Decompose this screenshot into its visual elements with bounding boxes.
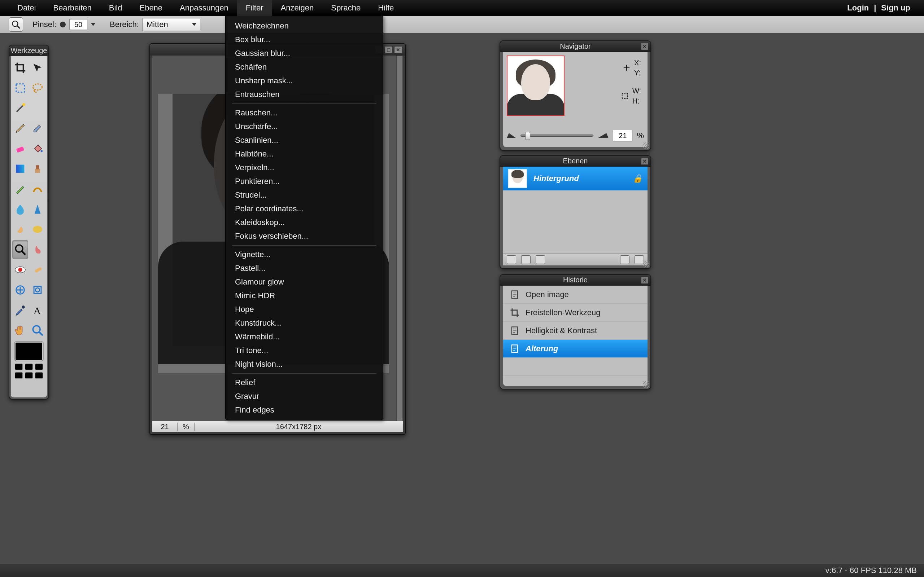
- doc-zoom-value[interactable]: 21: [152, 423, 178, 431]
- filter-unsharp-mask[interactable]: Unsharp mask...: [226, 74, 383, 88]
- doc-close-button[interactable]: ✕: [394, 46, 402, 53]
- tool-lasso[interactable]: [30, 79, 45, 97]
- layer-styles-button[interactable]: [536, 255, 545, 264]
- tool-burn[interactable]: [30, 240, 45, 259]
- layers-title[interactable]: Ebenen ✕: [500, 156, 650, 167]
- tool-wand[interactable]: [12, 99, 28, 118]
- tool-sharpen[interactable]: [30, 200, 45, 219]
- history-item-bc[interactable]: Helligkeit & Kontrast: [503, 322, 648, 340]
- filter-punktieren[interactable]: Punktieren...: [226, 174, 383, 188]
- filter-pastell[interactable]: Pastell...: [226, 261, 383, 275]
- layer-mask-button[interactable]: [521, 255, 531, 264]
- zoom-slider-thumb[interactable]: [525, 132, 530, 140]
- menu-bearbeiten[interactable]: Bearbeiten: [44, 0, 100, 16]
- navigator-thumbnail[interactable]: [507, 56, 564, 116]
- filter-tri-tone[interactable]: Tri tone...: [226, 344, 383, 357]
- history-resize-handle[interactable]: [643, 381, 649, 388]
- zoom-in-icon[interactable]: [598, 133, 609, 138]
- filter-hope[interactable]: Hope: [226, 303, 383, 316]
- tool-brush[interactable]: [30, 119, 45, 138]
- navigator-close-button[interactable]: ✕: [641, 43, 648, 50]
- vertical-scrollbar[interactable]: [396, 56, 403, 421]
- filter-rauschen[interactable]: Rauschen...: [226, 106, 383, 120]
- menu-bild[interactable]: Bild: [100, 0, 131, 16]
- menu-ebene[interactable]: Ebene: [131, 0, 171, 16]
- tool-paint-bucket[interactable]: [30, 139, 45, 158]
- filter-schaerfen[interactable]: Schärfen: [226, 60, 383, 74]
- history-item-open[interactable]: Open image: [503, 285, 648, 304]
- doc-maximize-button[interactable]: □: [385, 46, 393, 53]
- brush-size-input[interactable]: 50: [69, 19, 87, 30]
- layers-close-button[interactable]: ✕: [641, 158, 648, 165]
- layer-settings-button[interactable]: [507, 255, 516, 264]
- zoom-value-input[interactable]: 21: [613, 130, 632, 141]
- menu-hilfe[interactable]: Hilfe: [369, 0, 402, 16]
- filter-halbtoene[interactable]: Halbtöne...: [226, 147, 383, 161]
- filter-polar[interactable]: Polar coordinates...: [226, 202, 383, 216]
- filter-vignette[interactable]: Vignette...: [226, 248, 383, 261]
- filter-waermebild[interactable]: Wärmebild...: [226, 330, 383, 344]
- filter-kaleidoskop[interactable]: Kaleidoskop...: [226, 216, 383, 229]
- tool-gradient[interactable]: [12, 160, 28, 178]
- filter-fokus[interactable]: Fokus verschieben...: [226, 229, 383, 243]
- foreground-color[interactable]: [14, 341, 44, 361]
- history-close-button[interactable]: ✕: [641, 277, 648, 284]
- history-title[interactable]: Historie ✕: [500, 275, 650, 285]
- navigator-title[interactable]: Navigator ✕: [500, 41, 650, 52]
- filter-kunstdruck[interactable]: Kunstdruck...: [226, 316, 383, 330]
- menu-datei[interactable]: Datei: [9, 0, 44, 16]
- login-link[interactable]: Login: [842, 3, 874, 13]
- navigator-resize-handle[interactable]: [643, 142, 649, 149]
- zoom-slider[interactable]: [520, 134, 593, 137]
- tool-hand[interactable]: [12, 321, 28, 340]
- zoom-out-icon[interactable]: [507, 133, 516, 138]
- tool-marquee[interactable]: [12, 79, 28, 97]
- swatch-5[interactable]: [25, 372, 33, 379]
- tool-pinch[interactable]: [30, 280, 45, 299]
- history-item-crop[interactable]: Freistellen-Werkzeug: [503, 304, 648, 322]
- filter-relief[interactable]: Relief: [226, 376, 383, 390]
- current-tool-icon[interactable]: [9, 17, 23, 32]
- filter-glamour-glow[interactable]: Glamour glow: [226, 275, 383, 289]
- history-item-alterung[interactable]: Alterung: [503, 340, 648, 358]
- filter-strudel[interactable]: Strudel...: [226, 188, 383, 202]
- swatch-1[interactable]: [15, 364, 23, 370]
- tool-blur[interactable]: [12, 200, 28, 219]
- filter-scanlinien[interactable]: Scanlinien...: [226, 134, 383, 147]
- menu-sprache[interactable]: Sprache: [322, 0, 369, 16]
- tool-color-replace[interactable]: [12, 180, 28, 198]
- filter-gaussian-blur[interactable]: Gaussian blur...: [226, 47, 383, 60]
- tool-drawing[interactable]: [30, 180, 45, 198]
- tools-panel-title[interactable]: Werkzeuge: [10, 45, 48, 56]
- tool-bloat[interactable]: [12, 280, 28, 299]
- brush-size-dropdown[interactable]: [91, 23, 95, 26]
- menu-anzeigen[interactable]: Anzeigen: [272, 0, 323, 16]
- lock-icon[interactable]: 🔒: [633, 174, 643, 183]
- filter-weichzeichnen[interactable]: Weichzeichnen: [226, 19, 383, 33]
- tool-eraser[interactable]: [12, 139, 28, 158]
- swatch-6[interactable]: [35, 372, 43, 379]
- menu-anpassungen[interactable]: Anpassungen: [171, 0, 237, 16]
- tool-pencil[interactable]: [12, 119, 28, 138]
- filter-gravur[interactable]: Gravur: [226, 390, 383, 403]
- menu-filter[interactable]: Filter: [237, 0, 272, 16]
- tool-clone-stamp[interactable]: [30, 160, 45, 178]
- layer-row[interactable]: Hintergrund 🔒: [503, 167, 648, 190]
- filter-night-vision[interactable]: Night vision...: [226, 357, 383, 371]
- filter-entrauschen[interactable]: Entrauschen: [226, 88, 383, 102]
- swatch-2[interactable]: [25, 364, 33, 370]
- filter-mimic-hdr[interactable]: Mimic HDR: [226, 289, 383, 303]
- swatch-3[interactable]: [35, 364, 43, 370]
- tool-smudge[interactable]: [12, 220, 28, 239]
- new-layer-button[interactable]: [620, 255, 630, 264]
- tool-spot-heal[interactable]: [30, 260, 45, 279]
- tool-sponge[interactable]: [30, 220, 45, 239]
- layers-resize-handle[interactable]: [643, 261, 649, 267]
- filter-unschaerfe[interactable]: Unschärfe...: [226, 120, 383, 134]
- tool-move[interactable]: [30, 58, 45, 77]
- tool-crop[interactable]: [12, 58, 28, 77]
- signup-link[interactable]: Sign up: [876, 3, 915, 13]
- area-dropdown[interactable]: Mitten: [142, 18, 200, 31]
- filter-box-blur[interactable]: Box blur...: [226, 33, 383, 47]
- filter-verpixeln[interactable]: Verpixeln...: [226, 161, 383, 174]
